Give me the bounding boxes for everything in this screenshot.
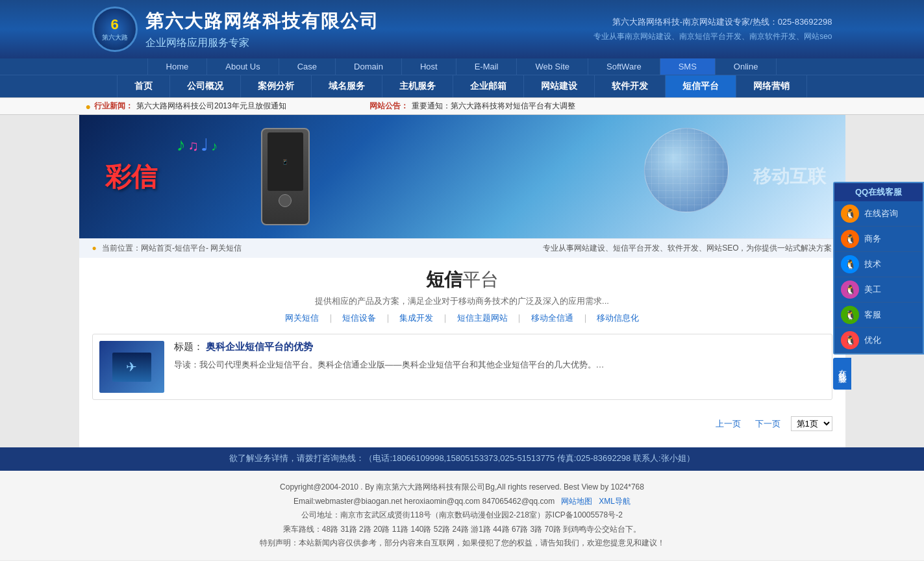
footer-xml-link[interactable]: XML导航 bbox=[599, 497, 631, 506]
nav-cn-software[interactable]: 软件开发 bbox=[595, 75, 666, 97]
qq-design[interactable]: 🐧 美工 bbox=[834, 277, 923, 303]
link-device[interactable]: 短信设备 bbox=[342, 313, 376, 323]
nav-en-email[interactable]: E-Mail bbox=[456, 58, 518, 75]
qq-name-design: 美工 bbox=[864, 284, 881, 295]
footer-email: Email:webmaster@biaogan.net heroxiaomin@… bbox=[13, 495, 911, 509]
article-content: 标题： 奥科企业短信平台的优势 导读：我公司代理奥科企业短信平台。奥科企信通企业… bbox=[174, 341, 825, 372]
qq-name-business: 商务 bbox=[864, 233, 881, 245]
article-thumbnail: ✈ bbox=[99, 341, 164, 393]
article-title: 标题： 奥科企业短信平台的优势 bbox=[174, 341, 825, 353]
link-integrate[interactable]: 集成开发 bbox=[399, 313, 433, 323]
link-info[interactable]: 移动信息化 bbox=[597, 313, 639, 323]
qq-avatar-tech: 🐧 bbox=[841, 255, 859, 273]
main-content: 彩信 ♪ ♫ ♩ ♪ 📱 移动互联 ● 当前位置：网站首页-短信平台- 网关短信… bbox=[79, 115, 845, 447]
logo-subtext: 第六大路 bbox=[102, 33, 128, 42]
nav-en-domain[interactable]: Domain bbox=[336, 58, 402, 75]
qq-business[interactable]: 🐧 商务 bbox=[834, 227, 923, 252]
link-gateway[interactable]: 网关短信 bbox=[285, 313, 319, 323]
footer-address: 公司地址：南京市玄武区成贤街118号（南京数码动漫创业园2-218室）苏ICP备… bbox=[13, 508, 911, 523]
footer-bus: 乘车路线：48路 31路 2路 20路 11路 140路 52路 24路 游1路… bbox=[13, 523, 911, 537]
ticker-bullet: ● bbox=[86, 101, 91, 112]
qq-header: QQ在线客服 bbox=[834, 183, 923, 201]
nav-en-sms[interactable]: SMS bbox=[660, 58, 716, 75]
company-slogan: 企业网络应用服务专家 bbox=[145, 36, 379, 50]
footer-sitemap-link[interactable]: 网站地图 bbox=[561, 497, 592, 506]
banner-right-text: 移动互联 bbox=[753, 164, 826, 189]
breadcrumb-text: 当前位置：网站首页-短信平台- 网关短信 bbox=[102, 243, 242, 253]
breadcrumb: ● 当前位置：网站首页-短信平台- 网关短信 bbox=[92, 243, 242, 254]
qq-name-consult: 在线咨询 bbox=[864, 208, 898, 219]
banner-music: ♪ ♫ ♩ ♪ bbox=[177, 134, 218, 155]
qq-avatar-design: 🐧 bbox=[841, 280, 859, 299]
nav-en-software[interactable]: SoftWare bbox=[588, 58, 660, 75]
footer-main: Copyright@2004-2010 . By 南京第六大路网络科技有限公司B… bbox=[0, 469, 924, 560]
qq-tech[interactable]: 🐧 技术 bbox=[834, 252, 923, 277]
nav-en-home[interactable]: Home bbox=[147, 58, 208, 75]
page-title: 短信平台 bbox=[92, 268, 832, 292]
nav-cn-case[interactable]: 案例分析 bbox=[241, 75, 312, 97]
qq-name-optimize: 优化 bbox=[864, 334, 881, 346]
qq-avatar-service: 🐧 bbox=[841, 306, 859, 324]
qq-panel: QQ在线客服 🐧 在线咨询 🐧 商务 🐧 技术 🐧 美工 🐧 客服 🐧 优化 bbox=[833, 182, 924, 355]
article-desc: 导读：我公司代理奥科企业短信平台。奥科企信通企业版——奥科企业短信平台和其他企业… bbox=[174, 358, 825, 372]
logo-area: 6 第六大路 第六大路网络科技有限公司 企业网络应用服务专家 bbox=[92, 6, 379, 52]
nav-cn-row: 首页 公司概况 案例分析 域名服务 主机服务 企业邮箱 网站建设 软件开发 短信… bbox=[0, 75, 924, 97]
nav-cn-email[interactable]: 企业邮箱 bbox=[453, 75, 524, 97]
hotline: 第六大路网络科技-南京网站建设专家/热线：025-83692298 bbox=[593, 16, 832, 28]
qq-avatar-consult: 🐧 bbox=[841, 205, 859, 223]
qq-consult[interactable]: 🐧 在线咨询 bbox=[834, 201, 923, 227]
nav-en-case[interactable]: Case bbox=[279, 58, 336, 75]
nav-en-website[interactable]: Web Site bbox=[517, 58, 588, 75]
header-services: 专业从事南京网站建设、南京短信平台开发、南京软件开发、网站seo bbox=[593, 31, 832, 42]
ticker-bar: ● 行业新闻： 第六大路网络科技公司2013年元旦放假通知 网站公告： 重要通知… bbox=[0, 97, 924, 115]
ticker-industry-text: 第六大路网络科技公司2013年元旦放假通知 bbox=[136, 101, 350, 112]
nav-cn-domain[interactable]: 域名服务 bbox=[312, 75, 382, 97]
nav-cn-website[interactable]: 网站建设 bbox=[524, 75, 595, 97]
link-theme[interactable]: 短信主题网站 bbox=[457, 313, 508, 323]
nav-en-row: Home About Us Case Domain Host E-Mail We… bbox=[0, 58, 924, 75]
company-name: 第六大路网络科技有限公司 bbox=[145, 9, 379, 34]
header-contact: 第六大路网络科技-南京网站建设专家/热线：025-83692298 专业从事南京… bbox=[593, 16, 832, 42]
nav-cn-online[interactable]: 网络营销 bbox=[736, 75, 807, 97]
banner-title: 彩信 bbox=[105, 159, 157, 195]
side-tab[interactable]: 在线客服>> bbox=[833, 358, 851, 390]
ticker-industry-label: 行业新闻： bbox=[94, 101, 133, 112]
banner-globe bbox=[644, 128, 729, 212]
qq-avatar-optimize: 🐧 bbox=[841, 331, 859, 349]
article-title-text[interactable]: 奥科企业短信平台的优势 bbox=[206, 341, 313, 352]
nav-en-about[interactable]: About Us bbox=[207, 58, 279, 75]
prev-page-btn[interactable]: 上一页 bbox=[712, 417, 745, 431]
ticker-notice-text: 重要通知：第六大路科技将对短信平台有大调整 bbox=[412, 101, 839, 112]
footer-contact-bar: 欲了解业务详情，请拨打咨询热线：（电话:18066109998,15805153… bbox=[0, 447, 924, 469]
breadcrumb-bar: ● 当前位置：网站首页-短信平台- 网关短信 专业从事网站建设、短信平台开发、软… bbox=[79, 238, 845, 258]
breadcrumb-slogan: 专业从事网站建设、短信平台开发、软件开发、网站SEO，为你提供一站式解决方案 bbox=[543, 243, 832, 254]
next-page-btn[interactable]: 下一页 bbox=[751, 417, 784, 431]
nav-cn-about[interactable]: 公司概况 bbox=[170, 75, 241, 97]
article-title-prefix: 标题： bbox=[174, 341, 203, 352]
page-title-rest: 平台 bbox=[462, 269, 499, 290]
banner-phone: 📱 bbox=[261, 128, 310, 225]
main-banner: 彩信 ♪ ♫ ♩ ♪ 📱 移动互联 bbox=[79, 115, 845, 238]
page-title-bold: 短信 bbox=[426, 269, 462, 290]
nav-wrapper: Home About Us Case Domain Host E-Mail We… bbox=[0, 58, 924, 97]
page-subtitle: 提供相应的产品及方案，满足企业对于移动商务技术的广泛及深入的应用需求... bbox=[92, 295, 832, 307]
nav-en-host[interactable]: Host bbox=[402, 58, 456, 75]
logo-icon: 6 第六大路 bbox=[92, 6, 138, 52]
content-area: 短信平台 提供相应的产品及方案，满足企业对于移动商务技术的广泛及深入的应用需求.… bbox=[79, 258, 845, 447]
qq-optimize[interactable]: 🐧 优化 bbox=[834, 328, 923, 353]
page-links: 网关短信 ｜ 短信设备 ｜ 集成开发 ｜ 短信主题网站 ｜ 移动全信通 ｜ 移动… bbox=[92, 312, 832, 324]
nav-cn-sms[interactable]: 短信平台 bbox=[666, 75, 736, 97]
page-select[interactable]: 第1页 第2页 第3页 bbox=[791, 416, 832, 431]
nav-cn-home[interactable]: 首页 bbox=[117, 75, 170, 97]
company-name-area: 第六大路网络科技有限公司 企业网络应用服务专家 bbox=[145, 9, 379, 50]
footer-disclaimer: 特别声明：本站新闻内容仅供参考，部分内容来自互联网，如果侵犯了您的权益，请告知我… bbox=[13, 536, 911, 551]
footer-contact-text: 欲了解业务详情，请拨打咨询热线：（电话:18066109998,15805153… bbox=[229, 453, 694, 463]
qq-service[interactable]: 🐧 客服 bbox=[834, 303, 923, 328]
breadcrumb-bullet: ● bbox=[92, 243, 97, 253]
nav-en-online[interactable]: Online bbox=[716, 58, 777, 75]
qq-name-service: 客服 bbox=[864, 309, 881, 321]
pagination: 上一页 下一页 第1页 第2页 第3页 bbox=[92, 410, 832, 438]
nav-cn-host[interactable]: 主机服务 bbox=[382, 75, 453, 97]
link-mobile[interactable]: 移动全信通 bbox=[531, 313, 573, 323]
float-sidebar: QQ在线客服 🐧 在线咨询 🐧 商务 🐧 技术 🐧 美工 🐧 客服 🐧 优化 在… bbox=[833, 182, 924, 390]
